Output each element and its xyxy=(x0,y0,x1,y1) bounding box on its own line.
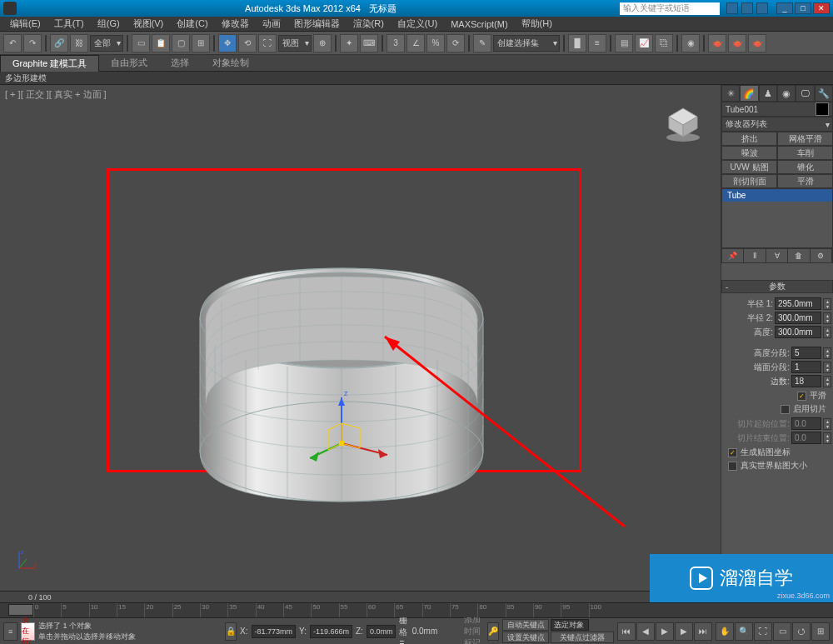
modify-tab-icon[interactable]: 🌈 xyxy=(740,85,758,102)
menu-create[interactable]: 创建(C) xyxy=(170,17,214,30)
modset-taper[interactable]: 锥化 xyxy=(777,160,833,174)
help-icon[interactable] xyxy=(726,2,738,14)
fov-icon[interactable]: ▭ xyxy=(773,622,791,641)
zoomext-icon[interactable]: ⛶ xyxy=(754,622,772,641)
ribbon-tab-freeform[interactable]: 自由形式 xyxy=(99,55,159,71)
heightsegs-spinner[interactable]: ▴▾ xyxy=(823,347,831,359)
modset-uvwmap[interactable]: UVW 贴图 xyxy=(721,160,777,174)
menu-group[interactable]: 组(G) xyxy=(91,17,127,30)
realworld-checkbox[interactable] xyxy=(728,462,737,471)
maximize-button[interactable]: □ xyxy=(795,2,811,14)
time-slider[interactable] xyxy=(8,604,33,616)
pan-icon[interactable]: ✋ xyxy=(716,622,734,641)
unique-icon[interactable]: ∀ xyxy=(766,249,788,262)
app-icon[interactable] xyxy=(3,2,17,15)
heightsegs-input[interactable]: 5 xyxy=(791,347,821,359)
menu-view[interactable]: 视图(V) xyxy=(127,17,171,30)
keyset-dropdown[interactable]: 选定对象 xyxy=(551,619,589,631)
gotostart-icon[interactable]: ⏮ xyxy=(617,622,636,641)
prevframe-icon[interactable]: ◀ xyxy=(636,622,655,641)
motion-tab-icon[interactable]: ◉ xyxy=(777,85,796,102)
schematic-icon[interactable]: ⿻ xyxy=(655,34,673,52)
radius1-spinner[interactable]: ▴▾ xyxy=(823,298,831,310)
align-icon[interactable]: ≡ xyxy=(588,34,606,52)
select-name-icon[interactable]: 📋 xyxy=(152,34,170,52)
editnamed-icon[interactable]: ✎ xyxy=(473,34,491,52)
render-icon[interactable]: 🫖 xyxy=(748,34,766,52)
manip-icon[interactable]: ✦ xyxy=(340,34,358,52)
refcoord-dropdown[interactable]: 视图 xyxy=(278,35,312,52)
close-button[interactable]: ✕ xyxy=(813,2,830,14)
pin-stack-icon[interactable]: 📌 xyxy=(722,249,744,262)
render-fb-icon[interactable]: 🫖 xyxy=(728,34,746,52)
select-icon[interactable]: ▭ xyxy=(132,34,150,52)
timeline[interactable]: 0510152025303540455055606570758085909510… xyxy=(0,602,833,617)
addtimetag-label[interactable]: 添加时间标记 xyxy=(464,614,484,645)
setkey-button[interactable]: 设置关键点 xyxy=(502,632,549,643)
redo-icon[interactable]: ↷ xyxy=(23,34,42,52)
rotate-icon[interactable]: ⟲ xyxy=(238,34,257,52)
object-color-swatch[interactable] xyxy=(816,102,829,116)
modset-meshsmooth[interactable]: 网格平滑 xyxy=(777,132,833,146)
menu-help[interactable]: 帮助(H) xyxy=(515,17,559,30)
radius2-input[interactable]: 300.0mm xyxy=(775,312,821,324)
modset-slice[interactable]: 剖切剖面 xyxy=(721,174,777,188)
pivot-icon[interactable]: ⊕ xyxy=(313,34,332,52)
ribbon-subpanel[interactable]: 多边形建模 xyxy=(0,72,833,85)
stack-item-tube[interactable]: Tube xyxy=(722,189,832,202)
tube-geometry[interactable]: z xyxy=(167,210,533,518)
ribbon-tab-objectpaint[interactable]: 对象绘制 xyxy=(201,55,261,71)
link-icon[interactable]: 🔗 xyxy=(50,34,68,52)
menu-rendering[interactable]: 渲染(R) xyxy=(347,17,391,30)
minimize-button[interactable]: _ xyxy=(776,2,793,14)
show-end-icon[interactable]: Ⅱ xyxy=(744,249,766,262)
play-icon[interactable]: ▶ xyxy=(656,622,674,641)
script-listener-icon[interactable]: ≡ xyxy=(3,622,17,641)
angle-snap-icon[interactable]: ∠ xyxy=(407,34,425,52)
modset-lathe[interactable]: 车削 xyxy=(777,146,833,160)
curve-editor-icon[interactable]: 📈 xyxy=(635,34,653,52)
height-spinner[interactable]: ▴▾ xyxy=(823,327,831,338)
rollout-params[interactable]: 参数 xyxy=(721,280,833,293)
create-tab-icon[interactable]: ✳ xyxy=(721,85,740,102)
key-icon[interactable]: 🔑 xyxy=(487,622,499,641)
modifier-list-dropdown[interactable]: 修改器列表 xyxy=(721,117,833,132)
genmap-checkbox[interactable]: ✓ xyxy=(728,448,737,457)
render-setup-icon[interactable]: 🫖 xyxy=(708,34,726,52)
window-crossing-icon[interactable]: ⊞ xyxy=(192,34,210,52)
remove-mod-icon[interactable]: 🗑 xyxy=(788,249,810,262)
location-button[interactable]: 所在行: xyxy=(21,622,35,641)
modset-smooth[interactable]: 平滑 xyxy=(777,174,833,188)
ribbon-tab-selection[interactable]: 选择 xyxy=(159,55,201,71)
menu-edit[interactable]: 编辑(E) xyxy=(3,17,47,30)
commcenter-icon[interactable] xyxy=(741,2,753,14)
capsegs-spinner[interactable]: ▴▾ xyxy=(823,362,831,373)
snap-toggle-icon[interactable]: 3 xyxy=(387,34,405,52)
gotoend-icon[interactable]: ⏭ xyxy=(694,622,712,641)
utilities-tab-icon[interactable]: 🔧 xyxy=(815,85,833,102)
radius2-spinner[interactable]: ▴▾ xyxy=(823,312,831,324)
menu-modifiers[interactable]: 修改器 xyxy=(215,17,256,30)
selection-set-dropdown[interactable]: 全部 xyxy=(90,35,123,52)
scale-icon[interactable]: ⛶ xyxy=(258,34,277,52)
configure-sets-icon[interactable]: ⚙ xyxy=(811,249,832,262)
unlink-icon[interactable]: ⛓ xyxy=(70,34,88,52)
search-box[interactable]: 输入关键字或短语 xyxy=(620,2,720,15)
sides-input[interactable]: 18 xyxy=(791,375,821,387)
maxview-icon[interactable]: ⊞ xyxy=(811,622,830,641)
layers-icon[interactable]: ▤ xyxy=(615,34,633,52)
viewcube-icon[interactable] xyxy=(662,102,704,143)
menu-customize[interactable]: 自定义(U) xyxy=(391,17,444,30)
zoom-icon[interactable]: 🔍 xyxy=(735,622,753,641)
percent-snap-icon[interactable]: % xyxy=(426,34,445,52)
named-selection-dropdown[interactable]: 创建选择集 xyxy=(493,35,560,52)
move-icon[interactable]: ✥ xyxy=(218,34,237,52)
keymode-icon[interactable]: ⌨ xyxy=(360,34,378,52)
nextframe-icon[interactable]: ▶ xyxy=(675,622,693,641)
display-tab-icon[interactable]: 🖵 xyxy=(796,85,814,102)
undo-icon[interactable]: ↶ xyxy=(3,34,22,52)
modset-noise[interactable]: 噪波 xyxy=(721,146,777,160)
spinner-snap-icon[interactable]: ⟳ xyxy=(446,34,465,52)
x-input[interactable]: -81.773mm xyxy=(252,625,297,638)
favorites-icon[interactable] xyxy=(756,2,768,14)
